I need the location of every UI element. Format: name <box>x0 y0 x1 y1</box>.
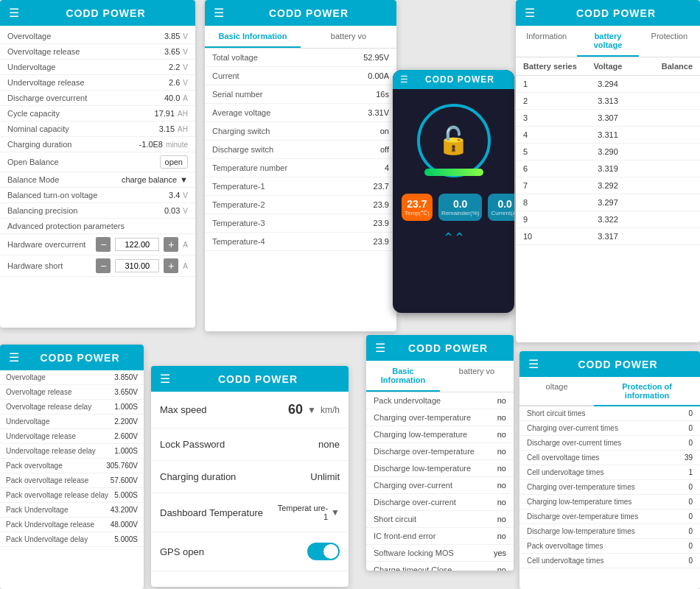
panel7-header: ☰ CODD POWER <box>366 335 514 361</box>
p5-pov-value: 305.760V <box>106 462 138 470</box>
speed-unit: km/h <box>321 405 340 415</box>
hamburger-icon[interactable]: ☰ <box>160 372 170 386</box>
series-10: 10 <box>523 232 580 241</box>
table-row: Pack overvoltage release 57.600V <box>0 473 144 488</box>
table-row: Undervoltage release 2.600V <box>0 429 144 444</box>
table-row: Total voltage 52.95V <box>205 49 396 67</box>
series-5: 5 <box>523 147 580 156</box>
panel8-header: ☰ CODD POWER <box>519 351 700 377</box>
temp4-label: Temperature-4 <box>212 237 374 246</box>
charging-duration-label: Charging duration <box>160 471 310 482</box>
voltage-4: 3.311 <box>580 130 637 139</box>
table-row: Discharge switch off <box>205 141 396 159</box>
overvoltage-label: Overvoltage <box>7 32 164 40</box>
ov-release-unit: V <box>183 48 188 56</box>
series-7: 7 <box>523 181 580 190</box>
table-row: Pack Undervoltage delay 5.000S <box>0 532 144 547</box>
ov-release-value: 3.65 <box>164 47 180 56</box>
chevron-down-icon[interactable]: ▼ <box>307 405 316 415</box>
table-row: Serial number 16s <box>205 85 396 104</box>
p5-ovrd-label: Overvoltage release delay <box>6 403 114 411</box>
table-row: Discharge over-temperature no <box>366 443 514 460</box>
ov-release-label: Overvoltage release <box>7 47 164 56</box>
hw-short-value: 310.00 <box>115 259 159 272</box>
hamburger-icon[interactable]: ☰ <box>9 6 19 20</box>
voltage-5: 3.290 <box>580 147 637 156</box>
hamburger-icon[interactable]: ☰ <box>525 6 535 20</box>
hw-short-label: Hardware short <box>7 261 91 270</box>
max-speed-label: Max speed <box>160 404 288 415</box>
chevron-up-icon[interactable]: ⌃⌃ <box>443 230 465 246</box>
hw-overcurrent-minus-button[interactable]: − <box>96 237 111 252</box>
balanced-turnon-unit: V <box>183 191 188 200</box>
current-value: 0.00A <box>368 71 389 80</box>
chevron-down-icon[interactable]: ▼ <box>331 507 340 518</box>
table-row: Overvoltage 3.850V <box>0 370 144 385</box>
cycle-cap-label: Cycle capacity <box>7 109 155 118</box>
panel4-title: CODD POWER <box>541 7 691 19</box>
table-row: Overvoltage 3.85 V <box>0 29 195 44</box>
table-row: Temperature-2 23.9 <box>205 196 396 214</box>
charging-dur-label: Charging duration <box>7 140 139 149</box>
temp3-value: 23.9 <box>374 219 389 228</box>
tab-protection[interactable]: Protection <box>639 26 700 57</box>
hamburger-icon[interactable]: ☰ <box>528 357 539 371</box>
hw-short-minus-button[interactable]: − <box>96 258 111 273</box>
tab-battery-voltage[interactable]: battery vo <box>301 26 396 48</box>
tab-voltage[interactable]: oltage <box>519 377 594 406</box>
hw-short-plus-button[interactable]: + <box>164 258 178 273</box>
hamburger-icon[interactable]: ☰ <box>375 341 385 355</box>
panel2-title: CODD POWER <box>230 7 388 19</box>
series-2: 2 <box>523 96 580 105</box>
toggle-knob <box>323 544 338 559</box>
cycle-cap-value: 17.91 <box>155 109 175 118</box>
series-1: 1 <box>523 80 580 88</box>
balance-mode-select[interactable]: charge balance ▼ <box>122 175 188 184</box>
hw-overcurrent-plus-button[interactable]: + <box>164 237 178 252</box>
tab-basic-info[interactable]: Basic Information <box>366 361 440 392</box>
table-row: 6 3.319 <box>516 161 700 177</box>
hamburger-icon[interactable]: ☰ <box>214 6 224 20</box>
lock-password-row: Lock Password none <box>151 428 349 461</box>
table-row: Charging low-temperature no <box>366 426 514 443</box>
table-row: Discharge low-temperature times 0 <box>519 524 700 539</box>
table-row: Pack overvoltage release delay 5.000S <box>0 488 144 503</box>
temp-number-label: Temperature number <box>212 163 385 172</box>
table-row: Nominal capacity 3.15 AH <box>0 121 195 137</box>
tab-protection-info[interactable]: Protection of information <box>594 377 700 406</box>
charging-switch-label: Charging switch <box>212 127 380 135</box>
table-row: 3 3.307 <box>516 110 700 127</box>
hamburger-icon[interactable]: ☰ <box>400 74 408 85</box>
table-row: Charging over-temperature no <box>366 409 514 426</box>
gps-toggle[interactable] <box>307 543 340 560</box>
p5-puvd-label: Pack Undervoltage delay <box>6 535 114 543</box>
dashboard-temp-row: Dashboard Temperature Temperat ure-1 ▼ <box>151 493 349 532</box>
p5-uv-value: 2.200V <box>114 417 138 426</box>
tab-basic-info[interactable]: Basic Information <box>205 26 301 48</box>
stats-row: 23.7 Temp(℃) 0.0 Remainder(%) 0.0 Curren… <box>402 194 505 221</box>
table-row: Overvoltage release 3.650V <box>0 385 144 400</box>
p5-uvr-label: Undervoltage release <box>6 432 114 440</box>
table-row: Charging over-current no <box>366 477 514 494</box>
table-row: Overvoltage release 3.65 V <box>0 44 195 60</box>
table-row: 8 3.297 <box>516 194 700 211</box>
panel2-content: Total voltage 52.95V Current 0.00A Seria… <box>205 49 396 251</box>
p5-puvr-value: 48.000V <box>111 521 138 529</box>
tab-battery-voltage[interactable]: battery vo <box>440 361 514 392</box>
tab-battery-voltage[interactable]: battery voltage <box>577 26 638 57</box>
open-balance-select[interactable]: open <box>160 155 188 169</box>
discharge-switch-label: Discharge switch <box>212 145 380 154</box>
temp2-label: Temperature-2 <box>212 200 374 209</box>
remainder-stat-label: Remainder(%) <box>441 210 480 216</box>
tab-information[interactable]: Information <box>516 26 577 57</box>
remainder-stat-value: 0.0 <box>441 198 480 210</box>
remainder-stat-box: 0.0 Remainder(%) <box>438 194 483 221</box>
advanced-params-label: Advanced protection parameters <box>0 219 195 234</box>
panel1-header: ☰ CODD POWER <box>0 0 195 26</box>
panel8-tabs: oltage Protection of information <box>519 377 700 406</box>
panel5-content: Overvoltage 3.850V Overvoltage release 3… <box>0 370 144 547</box>
lock-password-label: Lock Password <box>160 439 318 450</box>
p5-puv-value: 43.200V <box>111 506 138 514</box>
hamburger-icon[interactable]: ☰ <box>9 350 19 364</box>
table-row: Cell undervoltage times 0 <box>519 554 700 568</box>
